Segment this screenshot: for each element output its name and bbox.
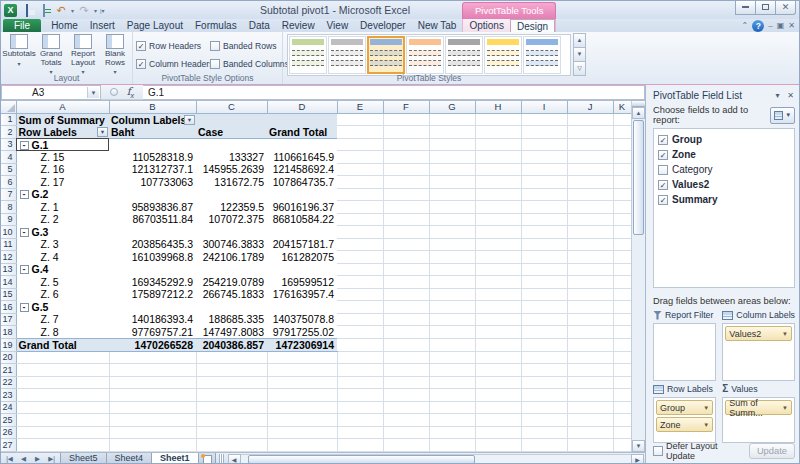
empty-cell[interactable] xyxy=(567,414,613,427)
tab-scrollbar-splitter[interactable] xyxy=(219,454,224,464)
pivot-value-cell[interactable]: 161282075 xyxy=(267,251,337,264)
style-swatch-6[interactable] xyxy=(484,36,522,74)
formula-input[interactable]: G.1 xyxy=(143,85,645,100)
empty-cell[interactable] xyxy=(521,301,567,314)
empty-cell[interactable] xyxy=(521,263,567,276)
update-button[interactable]: Update xyxy=(749,443,795,459)
empty-cell[interactable] xyxy=(383,364,429,377)
insert-worksheet-icon[interactable] xyxy=(198,453,216,464)
vertical-scrollbar[interactable]: ▲ ▼ xyxy=(631,101,645,452)
empty-cell[interactable] xyxy=(383,113,429,126)
empty-cell[interactable] xyxy=(521,276,567,289)
empty-cell[interactable] xyxy=(429,301,475,314)
empty-cell[interactable] xyxy=(337,113,383,126)
empty-cell[interactable] xyxy=(383,351,429,364)
pivot-value-cell[interactable]: 300746.3833 xyxy=(196,238,267,251)
pane-layout-button[interactable]: ▼ xyxy=(770,107,795,124)
empty-cell[interactable] xyxy=(267,439,337,452)
pivot-value-cell[interactable]: 203856435.3 xyxy=(109,238,196,251)
row-header-15[interactable]: 15 xyxy=(1,288,16,301)
first-sheet-icon[interactable]: |◀ xyxy=(3,453,16,464)
empty-cell[interactable] xyxy=(337,138,383,151)
empty-cell[interactable] xyxy=(613,313,631,326)
option-banded-rows[interactable]: Banded Rows xyxy=(210,37,284,55)
empty-cell[interactable] xyxy=(567,351,613,364)
empty-cell[interactable] xyxy=(196,401,267,414)
pivot-value-cell[interactable]: 140186393.4 xyxy=(109,313,196,326)
empty-cell[interactable] xyxy=(475,138,521,151)
horizontal-scrollbar[interactable]: ◀ ▶ xyxy=(228,453,644,464)
pivot-value-cell[interactable]: 97769757.21 xyxy=(109,326,196,339)
pivot-cell[interactable]: Case xyxy=(196,126,267,139)
pivot-value-cell[interactable]: 140375078.8 xyxy=(267,313,337,326)
empty-cell[interactable] xyxy=(567,401,613,414)
empty-cell[interactable] xyxy=(613,201,631,214)
collapse-group-icon[interactable]: - xyxy=(20,228,29,237)
row-header-12[interactable]: 12 xyxy=(1,251,16,264)
pivot-value-cell[interactable]: 122359.5 xyxy=(196,201,267,214)
collapse-group-icon[interactable]: - xyxy=(20,141,29,150)
pivot-row-label-cell[interactable]: Z. 3 xyxy=(16,238,109,251)
empty-cell[interactable] xyxy=(567,176,613,189)
pivot-value-cell[interactable]: 96016196.37 xyxy=(267,201,337,214)
row-header-14[interactable]: 14 xyxy=(1,276,16,289)
pivot-value-cell[interactable]: 107072.375 xyxy=(196,213,267,226)
pivot-cell[interactable]: Column Labels▼ xyxy=(109,113,196,126)
undo-icon[interactable]: ↶ xyxy=(54,4,68,17)
empty-cell[interactable] xyxy=(267,426,337,439)
style-swatch-7[interactable] xyxy=(523,36,561,74)
empty-cell[interactable] xyxy=(475,238,521,251)
pivot-value-cell[interactable]: 169599512 xyxy=(267,276,337,289)
banded-rows-checkbox[interactable] xyxy=(210,41,220,51)
row-header-9[interactable]: 9 xyxy=(1,213,16,226)
scroll-left-icon[interactable]: ◀ xyxy=(228,454,241,464)
empty-cell[interactable] xyxy=(337,151,383,164)
sheet-tab-sheet5[interactable]: Sheet5 xyxy=(60,453,107,464)
empty-cell[interactable] xyxy=(521,151,567,164)
zone-checkbox[interactable]: ✓ xyxy=(658,150,668,160)
empty-cell[interactable] xyxy=(613,351,631,364)
empty-cell[interactable] xyxy=(16,439,109,452)
prev-sheet-icon[interactable]: ◀ xyxy=(17,453,30,464)
style-swatch-4[interactable] xyxy=(406,36,444,74)
row-headers-checkbox[interactable]: ✓ xyxy=(136,41,146,51)
row-header-16[interactable]: 16 xyxy=(1,301,16,314)
pivot-group-cell[interactable]: -G.2 xyxy=(16,188,109,201)
empty-cell[interactable] xyxy=(337,338,383,351)
empty-cell[interactable] xyxy=(429,238,475,251)
grand-totals-button[interactable]: Grand Totals▾ xyxy=(35,34,67,75)
empty-cell[interactable] xyxy=(475,351,521,364)
row-header-2[interactable]: 2 xyxy=(1,126,16,139)
empty-cell[interactable] xyxy=(337,376,383,389)
empty-cell[interactable] xyxy=(521,338,567,351)
pivot-value-cell[interactable]: 133327 xyxy=(196,151,267,164)
empty-cell[interactable] xyxy=(521,288,567,301)
empty-cell[interactable] xyxy=(521,414,567,427)
empty-cell[interactable] xyxy=(337,326,383,339)
row-header-24[interactable]: 24 xyxy=(1,401,16,414)
area-box-values[interactable]: Sum of Summ...▼ xyxy=(722,397,795,443)
empty-cell[interactable] xyxy=(429,439,475,452)
tab-page-layout[interactable]: Page Layout xyxy=(121,19,189,32)
empty-cell[interactable] xyxy=(567,238,613,251)
empty-cell[interactable] xyxy=(196,389,267,402)
empty-cell[interactable] xyxy=(383,188,429,201)
help-icon[interactable]: ? xyxy=(752,20,764,32)
empty-cell[interactable] xyxy=(475,364,521,377)
empty-cell[interactable] xyxy=(337,126,383,139)
pivot-cell[interactable] xyxy=(267,301,337,314)
row-header-13[interactable]: 13 xyxy=(1,263,16,276)
empty-cell[interactable] xyxy=(337,188,383,201)
collapse-ribbon-icon[interactable]: ⌃ xyxy=(742,20,749,32)
empty-cell[interactable] xyxy=(109,376,196,389)
empty-cell[interactable] xyxy=(475,288,521,301)
empty-cell[interactable] xyxy=(521,389,567,402)
empty-cell[interactable] xyxy=(613,126,631,139)
row-header-8[interactable]: 8 xyxy=(1,201,16,214)
empty-cell[interactable] xyxy=(337,301,383,314)
pivot-cell[interactable] xyxy=(196,226,267,239)
pivot-cell[interactable]: 2040386.857 xyxy=(196,338,267,351)
empty-cell[interactable] xyxy=(475,426,521,439)
empty-cell[interactable] xyxy=(521,364,567,377)
empty-cell[interactable] xyxy=(613,426,631,439)
